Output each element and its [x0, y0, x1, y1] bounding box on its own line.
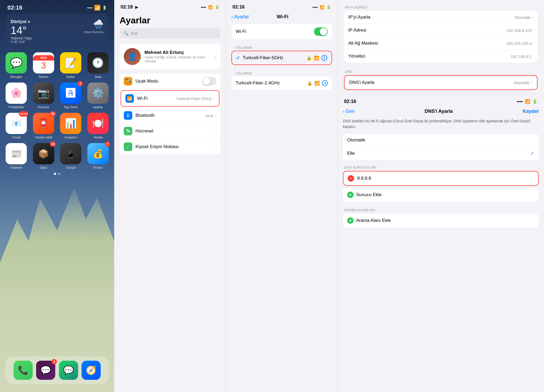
network-checkmark-icon: ✓ — [236, 55, 240, 61]
dns-add-search-row[interactable]: + Arama Alanı Ekle — [343, 214, 539, 227]
profile-chevron-icon: › — [215, 54, 216, 59]
hotspot-icon: 🔗 — [124, 143, 132, 151]
dns-add-search-label: Arama Alanı Ekle — [356, 218, 391, 223]
dock-slack-badge: 2 — [52, 359, 57, 364]
ipv4-yoneltici-label: Yöneltici — [348, 54, 511, 59]
hotspot-label: Kişisel Erişim Noktası — [135, 144, 215, 149]
settings-row-airplane[interactable]: ✈️ Uçak Modu — [120, 74, 220, 89]
app-depo[interactable]: 📦 10 Depo — [33, 143, 55, 170]
dns-option-elle[interactable]: Elle ✓ — [343, 147, 539, 160]
dns-server-row[interactable]: − 8.8.8.8 — [343, 171, 539, 186]
dock-slack-icon: 💬 2 — [36, 361, 55, 380]
app-depo-badge: 10 — [50, 141, 56, 147]
wifi-detail-back-btn[interactable]: ‹ Ayarlar — [231, 14, 249, 20]
app-haberler[interactable]: 📰 Haberler — [5, 143, 27, 170]
ipv4-ip-ayarla-row[interactable]: IP'yi Ayarla Otomatik › — [344, 11, 538, 24]
dns-back-btn[interactable]: ‹ Geri — [343, 109, 355, 114]
dns-otomatik-label: Otomatik — [347, 137, 534, 143]
other-network-name: Turkcell-Fiber-2.4GHz — [236, 80, 307, 86]
settings-battery-icon: 🔋 — [215, 5, 219, 9]
other-network-row[interactable]: Turkcell-Fiber-2.4GHz 🔒 📶 ℹ — [231, 76, 332, 90]
settings-row-wifi[interactable]: 📶 Wi-Fi Turkcell-Fiber-5GHz › — [121, 91, 219, 106]
app-appstore-icon: 🅰 3 — [60, 83, 81, 104]
battery-status-icon: 🔋 — [102, 6, 107, 10]
network-info-button[interactable]: ℹ — [321, 55, 327, 61]
dock-whatsapp[interactable]: 💬 — [59, 361, 78, 380]
app-yemek-icon: 🍽️ — [87, 113, 109, 134]
settings-panel: 02:18 ▶ ▪▪▪▪ 📶 🔋 Ayarlar 🔍 Ara 👤 Mehmet … — [114, 0, 226, 392]
app-yandex-label: Yandex.Mail — [35, 136, 52, 139]
ipv4-alt-ag-row: Alt Ağ Maskesi 255.255.255.0 — [344, 37, 538, 50]
dns-spacer — [343, 186, 539, 188]
app-gmail[interactable]: 📧 30.715 Gmail — [5, 113, 27, 139]
settings-scroll[interactable]: Ayarlar 🔍 Ara 👤 Mehmet Ali Ertunç Apple … — [114, 12, 226, 392]
other-networks-section: AĞLARIM Turkcell-Fiber-2.4GHz 🔒 📶 ℹ — [231, 69, 332, 90]
wifi-detail-title: Wi-Fi — [277, 14, 288, 20]
settings-signal-icon: ▪▪▪▪ — [201, 5, 206, 9]
airplane-mode-toggle[interactable] — [202, 77, 216, 85]
dot-1 — [54, 173, 56, 175]
my-networks-label: AĞLARIM — [231, 44, 332, 51]
cellular-chevron-icon: › — [215, 129, 216, 133]
app-appstore[interactable]: 🅰 3 App Store — [60, 83, 82, 109]
app-finans[interactable]: 💰 7 Finans — [87, 143, 109, 170]
weather-range: Y:16° D:8° — [11, 40, 32, 44]
app-camera[interactable]: 📷 Kamera — [33, 83, 55, 109]
wifi-toggle-row[interactable]: Wi-Fi — [231, 24, 332, 39]
dns-statusbar: 02:16 ▪▪▪▪ 📶 🔋 — [338, 94, 544, 106]
settings-location-icon: ▶ — [135, 5, 138, 9]
app-settings[interactable]: ⚙️ Ayarlar — [87, 83, 109, 109]
app-photos[interactable]: 🌸 Fotoğraflar — [5, 83, 27, 109]
connected-network-name: Turkcell-Fiber-5GHz — [243, 55, 307, 61]
dock-slack[interactable]: 💬 2 — [36, 361, 55, 380]
settings-row-hotspot[interactable]: 🔗 Kişisel Erişim Noktası › — [120, 139, 220, 154]
settings-header: Ayarlar 🔍 Ara — [114, 12, 226, 44]
settings-profile-cell[interactable]: 👤 Mehmet Ali Ertunç Apple Kimliği, iClou… — [120, 44, 220, 69]
dns-scroll[interactable]: DNS istekleri bu Wi-Fi ağında iCloud Öze… — [338, 118, 544, 392]
dns-save-btn[interactable]: Kaydet — [523, 109, 539, 114]
weather-icon: 🌧️ — [84, 19, 104, 29]
connected-network-row[interactable]: ✓ Turkcell-Fiber-5GHz 🔒 📶 ℹ — [232, 51, 332, 64]
dock-safari[interactable]: 🧭 — [82, 361, 101, 380]
app-mesajlar[interactable]: 💬 Mesajlar — [5, 52, 27, 79]
app-yemek[interactable]: 🍽️ Yemek — [87, 113, 109, 139]
search-icon: 🔍 — [123, 31, 129, 36]
dns-row-highlight: DNS'i Ayarla Otomatik › — [344, 75, 538, 90]
dock-safari-icon: 🧭 — [82, 361, 101, 380]
dns-server-value: 8.8.8.8 — [357, 176, 534, 181]
app-camera-icon: 📷 — [33, 83, 54, 104]
signal-icon: ▪▪▪▪ — [87, 6, 92, 10]
app-mesajlar-icon: 💬 — [6, 52, 27, 74]
settings-row-bluetooth[interactable]: Ƀ Bluetooth Açık › — [120, 108, 220, 123]
settings-row-cellular[interactable]: 📡 Hücresel › — [120, 123, 220, 139]
lock-icon: 🔒 — [307, 55, 312, 61]
dns-remove-server-btn[interactable]: − — [348, 175, 354, 182]
app-saat[interactable]: 🕐 Saat — [87, 52, 109, 79]
profile-avatar: 👤 — [124, 48, 141, 65]
app-sosyal[interactable]: 📱 Sosyal — [60, 143, 82, 170]
ipv4-ip-adresi-row: IP Adresi 192.168.8.103 — [344, 24, 538, 37]
weather-widget[interactable]: Dörtyol ➤ 14° Sağanak Yağış Y:16° D:8° 🌧… — [5, 14, 109, 49]
wifi-toggle-switch[interactable] — [314, 27, 328, 36]
settings-search-bar[interactable]: 🔍 Ara — [120, 28, 220, 38]
dock-phone[interactable]: 📞 — [14, 361, 33, 380]
dns-option-otomatik[interactable]: Otomatik — [343, 134, 539, 147]
ipv4-ip-adresi-label: IP Adresi — [348, 28, 506, 33]
wifi-toggle-thumb — [320, 28, 327, 35]
wifi-detail-scroll[interactable]: Wi-Fi AĞLARIM ✓ Turkcell-Fiber-5GHz 🔒 📶 … — [226, 24, 337, 392]
dns-add-server-row[interactable]: + Sunucu Ekle — [343, 188, 539, 202]
app-notlar-icon: 📝 — [60, 52, 81, 74]
other-network-info-button[interactable]: ℹ — [322, 80, 328, 86]
bluetooth-value: Açık — [205, 113, 213, 118]
ipv4-ip-ayarla-label: IP'yi Ayarla — [348, 15, 515, 20]
wifi-detail-nav: ‹ Ayarlar Wi-Fi — [226, 12, 337, 24]
dns-ayarla-row[interactable]: DNS'i Ayarla Otomatik › — [345, 76, 537, 89]
dns-elle-check-icon: ✓ — [530, 150, 534, 156]
app-yandex[interactable]: 📮 50 Yandex.Mail — [33, 113, 55, 139]
app-takvim[interactable]: PER 3 Takvim — [33, 52, 55, 79]
app-finans-label: Finans — [93, 166, 103, 170]
other-wifi-icon: 📶 — [314, 81, 320, 86]
app-notlar[interactable]: 📝 Notlar — [60, 52, 82, 79]
app-yemek-label: Yemek — [93, 136, 103, 139]
app-analytics[interactable]: 📊 Analytics — [60, 113, 82, 139]
